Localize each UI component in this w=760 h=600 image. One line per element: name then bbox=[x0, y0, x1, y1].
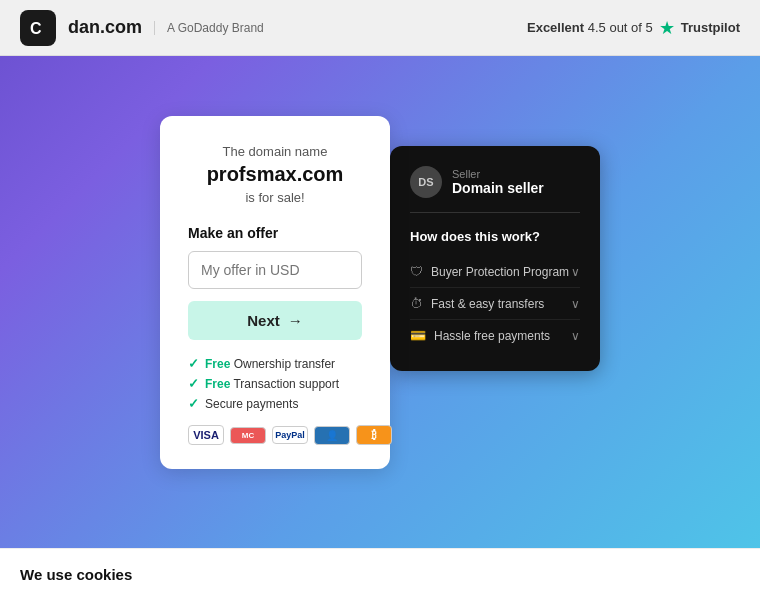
svg-text:C: C bbox=[30, 20, 42, 37]
dan-logo-icon: C bbox=[20, 10, 56, 46]
how-works-label: How does this work? bbox=[410, 229, 580, 244]
seller-avatar: DS bbox=[410, 166, 442, 198]
trustpilot-rating: Excellent 4.5 out of 5 bbox=[527, 20, 653, 35]
amex-icon: 👤 bbox=[314, 426, 350, 445]
cookie-banner: We use cookies bbox=[0, 548, 760, 600]
seller-header: DS Seller Domain seller bbox=[410, 166, 580, 213]
trustpilot-star-icon: ★ bbox=[659, 17, 675, 39]
trustpilot-area: Excellent 4.5 out of 5 ★ Trustpilot bbox=[527, 17, 740, 39]
domain-name: profsmax.com bbox=[188, 163, 362, 186]
shield-icon: 🛡 bbox=[410, 264, 423, 279]
header: C dan.com A GoDaddy Brand Excellent 4.5 … bbox=[0, 0, 760, 56]
logo-text[interactable]: dan.com bbox=[68, 17, 142, 38]
feature-buyer-protection[interactable]: 🛡 Buyer Protection Program ∨ bbox=[410, 256, 580, 288]
card-wrapper: The domain name profsmax.com is for sale… bbox=[160, 116, 600, 469]
fast-transfers-text: Fast & easy transfers bbox=[431, 297, 544, 311]
check-icon: ✓ bbox=[188, 396, 199, 411]
cookie-text: We use cookies bbox=[20, 566, 132, 583]
domain-label: The domain name bbox=[188, 144, 362, 159]
seller-label: Seller bbox=[452, 168, 544, 180]
arrow-right-icon: → bbox=[288, 312, 303, 329]
card-icon: 💳 bbox=[410, 328, 426, 343]
check-icon: ✓ bbox=[188, 376, 199, 391]
mastercard-icon: MC bbox=[230, 427, 266, 444]
feature-fast-transfers[interactable]: ⏱ Fast & easy transfers ∨ bbox=[410, 288, 580, 320]
godaddy-brand: A GoDaddy Brand bbox=[154, 21, 264, 35]
feature-hassle-free[interactable]: 💳 Hassle free payments ∨ bbox=[410, 320, 580, 351]
paypal-icon: PayPal bbox=[272, 426, 308, 444]
main-content: The domain name profsmax.com is for sale… bbox=[0, 56, 760, 469]
benefit-ownership: ✓ Free Ownership transfer bbox=[188, 356, 362, 371]
check-icon: ✓ bbox=[188, 356, 199, 371]
seller-info: Seller Domain seller bbox=[452, 168, 544, 196]
payment-icons: VISA MC PayPal 👤 ₿ bbox=[188, 425, 362, 445]
clock-icon: ⏱ bbox=[410, 296, 423, 311]
benefit-transaction: ✓ Free Transaction support bbox=[188, 376, 362, 391]
domain-offer-card: The domain name profsmax.com is for sale… bbox=[160, 116, 390, 469]
visa-icon: VISA bbox=[188, 425, 224, 445]
offer-input[interactable] bbox=[188, 251, 362, 289]
chevron-down-icon: ∨ bbox=[571, 329, 580, 343]
benefit-payments: ✓ Secure payments bbox=[188, 396, 362, 411]
header-logo-area: C dan.com A GoDaddy Brand bbox=[20, 10, 264, 46]
chevron-down-icon: ∨ bbox=[571, 297, 580, 311]
seller-card: DS Seller Domain seller How does this wo… bbox=[390, 146, 600, 371]
chevron-down-icon: ∨ bbox=[571, 265, 580, 279]
bitcoin-icon: ₿ bbox=[356, 425, 392, 445]
make-offer-label: Make an offer bbox=[188, 225, 362, 241]
hassle-free-text: Hassle free payments bbox=[434, 329, 550, 343]
next-button[interactable]: Next → bbox=[188, 301, 362, 340]
for-sale-label: is for sale! bbox=[188, 190, 362, 205]
buyer-protection-text: Buyer Protection Program bbox=[431, 265, 569, 279]
trustpilot-logo[interactable]: Trustpilot bbox=[681, 20, 740, 35]
benefits-list: ✓ Free Ownership transfer ✓ Free Transac… bbox=[188, 356, 362, 411]
seller-name: Domain seller bbox=[452, 180, 544, 196]
